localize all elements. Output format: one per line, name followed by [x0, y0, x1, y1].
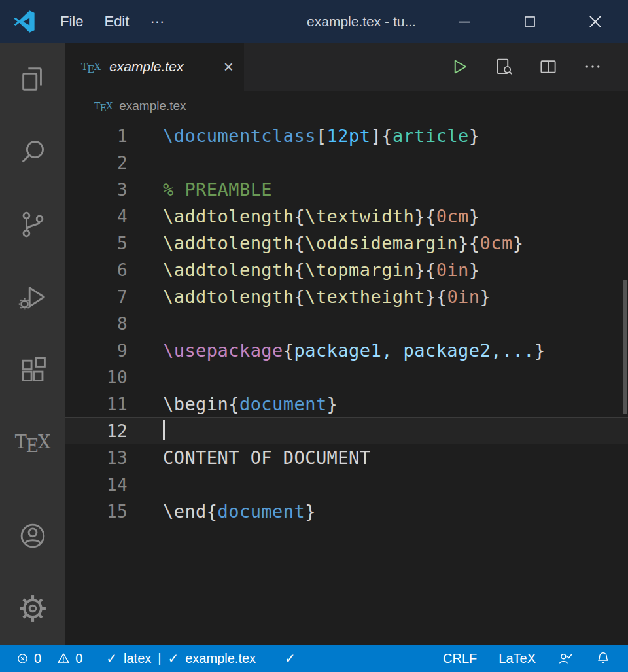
- code-text: \usepackage{package1, package2,...}: [128, 340, 546, 361]
- vscode-window: File Edit ··· example.tex - tu...: [0, 0, 628, 672]
- line-number: 1: [65, 126, 128, 146]
- line-number: 13: [65, 448, 128, 468]
- window-controls: [432, 0, 628, 43]
- breadcrumb[interactable]: TEX example.tex: [65, 91, 628, 121]
- warnings-icon: [56, 651, 71, 665]
- latex-build-status[interactable]: ✓ latex | ✓ example.tex: [106, 650, 256, 666]
- tex-letter-x: X: [38, 432, 50, 452]
- tab-example-tex[interactable]: TEX example.tex ×: [65, 43, 244, 91]
- tex-letter-e: E: [26, 436, 39, 456]
- code-text: [128, 420, 165, 442]
- code-line[interactable]: 4\addtolength{\textwidth}{0cm}: [65, 203, 628, 230]
- vertical-scrollbar[interactable]: [623, 280, 627, 414]
- code-line[interactable]: 12: [65, 417, 628, 444]
- close-button[interactable]: [563, 0, 628, 43]
- code-text: % PREAMBLE: [128, 179, 272, 200]
- code-line[interactable]: 2: [65, 149, 628, 176]
- code-line[interactable]: 6\addtolength{\topmargin}{0in}: [65, 256, 628, 283]
- text-cursor: [163, 420, 165, 440]
- code-line[interactable]: 1\documentclass[12pt]{article}: [65, 122, 628, 149]
- line-number: 10: [65, 368, 128, 387]
- maximize-button[interactable]: [497, 0, 563, 43]
- view-pdf-icon[interactable]: [481, 57, 526, 77]
- code-text: \begin{document}: [128, 394, 338, 414]
- code-line[interactable]: 13CONTENT OF DOCUMENT: [65, 444, 628, 471]
- code-line[interactable]: 11\begin{document}: [65, 391, 628, 417]
- tab-close-icon[interactable]: ×: [224, 58, 234, 75]
- status-bar: 0 0 ✓ latex | ✓ example.tex ✓: [0, 645, 628, 672]
- code-text: \addtolength{\topmargin}{0in}: [128, 260, 480, 280]
- code-text: CONTENT OF DOCUMENT: [128, 448, 370, 468]
- title-bar: File Edit ··· example.tex - tu...: [0, 0, 628, 43]
- tex-file-icon: TEX: [81, 61, 101, 73]
- search-icon[interactable]: [0, 115, 65, 188]
- code-line[interactable]: 9\usepackage{package1, package2,...}: [65, 337, 628, 364]
- feedback-icon[interactable]: [557, 650, 574, 667]
- warnings-count: 0: [75, 651, 82, 666]
- status-separator: |: [158, 651, 161, 666]
- explorer-icon[interactable]: [0, 43, 65, 115]
- line-number: 4: [65, 207, 128, 226]
- file-label: example.tex: [185, 651, 256, 666]
- activity-bar-bottom: [0, 499, 65, 645]
- code-line[interactable]: 8: [65, 310, 628, 337]
- code-line[interactable]: 14: [65, 471, 628, 498]
- source-control-icon[interactable]: [0, 188, 65, 260]
- eol-indicator[interactable]: CRLF: [443, 651, 477, 666]
- errors-count: 0: [34, 651, 41, 666]
- build-label: latex: [124, 651, 151, 666]
- code-line[interactable]: 10: [65, 364, 628, 391]
- activity-bar: TEX: [0, 43, 65, 645]
- code-line[interactable]: 7\addtolength{\textheight}{0in}: [65, 283, 628, 310]
- tab-label: example.tex: [109, 59, 183, 75]
- code-line[interactable]: 5\addtolength{\oddsidemargin}{0cm}: [65, 230, 628, 256]
- settings-gear-icon[interactable]: [0, 572, 65, 645]
- line-number: 7: [65, 287, 128, 307]
- run-and-debug-icon[interactable]: [0, 260, 65, 333]
- status-bar-left: 0 0 ✓ latex | ✓ example.tex ✓: [0, 650, 296, 666]
- line-number: 9: [65, 341, 128, 361]
- code-text: \addtolength{\oddsidemargin}{0cm}: [128, 233, 523, 253]
- split-editor-icon[interactable]: [526, 57, 570, 77]
- build-check-icon: ✓: [106, 650, 117, 666]
- status-check-icon[interactable]: ✓: [285, 650, 296, 666]
- line-number: 5: [65, 234, 128, 253]
- tex-file-icon: TEX: [94, 101, 113, 111]
- notifications-bell-icon[interactable]: [595, 650, 611, 666]
- breadcrumb-file[interactable]: example.tex: [119, 99, 186, 113]
- line-number: 6: [65, 260, 128, 280]
- tex-letter-t: T: [15, 432, 27, 452]
- editor-actions: [437, 43, 628, 91]
- menu-bar: File Edit ···: [50, 13, 175, 30]
- activity-bar-top: TEX: [0, 43, 65, 478]
- vscode-logo-icon: [13, 10, 35, 33]
- editor-group: TEX example.tex ×: [65, 43, 628, 645]
- language-indicator[interactable]: LaTeX: [498, 651, 536, 666]
- line-number: 15: [65, 502, 128, 522]
- latex-workshop-icon[interactable]: TEX: [0, 406, 65, 478]
- menu-file[interactable]: File: [50, 13, 94, 30]
- line-number: 2: [65, 153, 128, 173]
- main-area: TEX: [0, 43, 628, 645]
- code-text: \end{document}: [128, 501, 316, 522]
- build-latex-icon[interactable]: [437, 57, 481, 77]
- code-line[interactable]: 15\end{document}: [65, 498, 628, 525]
- line-number: 3: [65, 180, 128, 200]
- menu-overflow[interactable]: ···: [139, 13, 175, 30]
- more-actions-icon[interactable]: [570, 57, 615, 77]
- problems-indicator[interactable]: 0 0: [16, 651, 82, 666]
- code-line[interactable]: 3% PREAMBLE: [65, 176, 628, 203]
- line-number: 12: [65, 421, 128, 441]
- code-text: \documentclass[12pt]{article}: [128, 126, 480, 146]
- minimize-button[interactable]: [432, 0, 497, 43]
- tab-bar: TEX example.tex ×: [65, 43, 628, 91]
- line-number: 11: [65, 395, 128, 414]
- code-editor[interactable]: 1\documentclass[12pt]{article}23% PREAMB…: [65, 121, 628, 645]
- code-text: \addtolength{\textheight}{0in}: [128, 287, 491, 307]
- accounts-icon[interactable]: [0, 499, 65, 572]
- errors-icon: [16, 652, 29, 665]
- menu-edit[interactable]: Edit: [94, 13, 139, 30]
- file-check-icon: ✓: [167, 650, 179, 666]
- extensions-icon[interactable]: [0, 333, 65, 406]
- code-lines: 1\documentclass[12pt]{article}23% PREAMB…: [65, 122, 628, 525]
